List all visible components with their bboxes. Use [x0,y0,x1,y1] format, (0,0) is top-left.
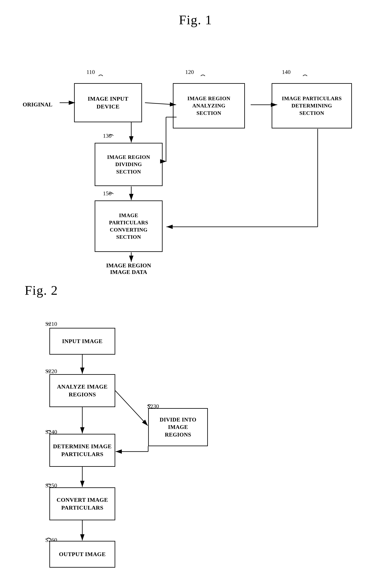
original-label: ORIGINAL [23,101,52,108]
determine-image-particulars-box: DETERMINE IMAGEPARTICULARS [49,434,115,467]
svg-line-3 [145,103,176,105]
fig1-arrows [16,44,375,270]
image-region-analyzing-box: IMAGE REGIONANALYZINGSECTION [173,83,245,128]
input-image-box: INPUT IMAGE [49,328,115,355]
ref-s220: S220 [45,368,57,375]
image-particulars-determining-box: IMAGE PARTICULARSDETERMININGSECTION [272,83,352,128]
image-region-data-label: IMAGE REGIONIMAGE DATA [95,262,163,275]
fig2-diagram: S210 S220 S240 S230 S250 S260 INPUT IMAG… [29,314,387,588]
ref-s210: S210 [45,321,57,327]
image-particulars-converting-box: IMAGEPARTICULARSCONVERTINGSECTION [95,200,163,252]
ref-120: 120 [185,69,194,75]
convert-image-particulars-box: CONVERT IMAGEPARTICULARS [49,487,115,520]
image-region-dividing-box: IMAGE REGIONDIVIDINGSECTION [95,143,163,186]
ref-140: 140 [282,69,291,75]
output-image-box: OUTPUT IMAGE [49,541,115,568]
ref-110: 110 [87,69,95,75]
divide-into-image-regions-box: DIVIDE INTOIMAGEREGIONS [148,408,208,446]
fig2-title: Fig. 2 [16,283,375,298]
image-input-device-box: IMAGE INPUTDEVICE [74,83,142,122]
fig1-diagram: 110 120 140 130 150 ORIGINAL IMAGE INPUT… [16,44,375,270]
analyze-image-regions-box: ANALYZE IMAGEREGIONS [49,374,115,407]
fig1-title: Fig. 1 [16,12,375,28]
page: Fig. 1 110 120 140 130 150 ORIGINAL IMAG… [0,0,391,588]
svg-line-20 [115,391,148,426]
ref-130: 130 [103,133,111,139]
ref-150: 150 [103,190,111,197]
